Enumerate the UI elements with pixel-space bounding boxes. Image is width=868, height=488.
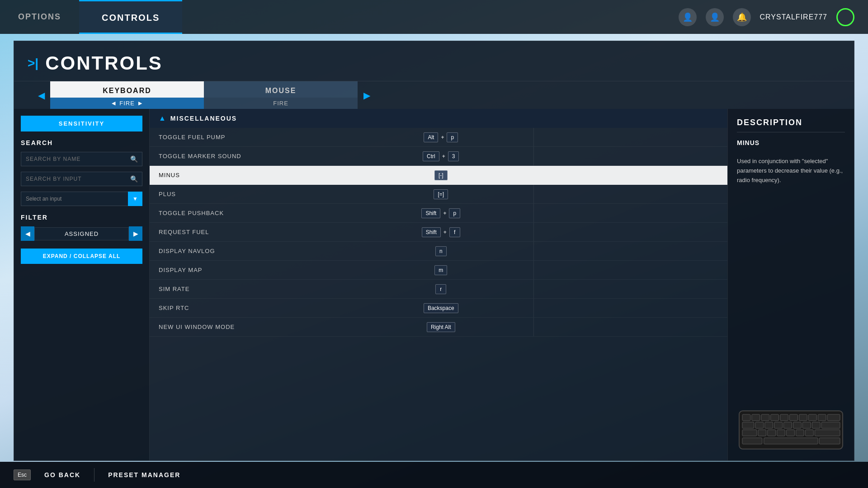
key-r: r [435,284,446,294]
filter-prev-button[interactable]: ◀ [21,226,34,241]
svg-rect-25 [796,430,804,436]
mouse-tab-sub-label: FIRE [273,100,288,107]
search-label: SEARCH [21,139,142,146]
control-binding-toggle-marker-sound: Ctrl + 3 [349,151,533,161]
search-by-name-input[interactable] [21,152,142,166]
bottom-bar: Esc GO BACK PRESET MANAGER [0,462,868,488]
svg-rect-22 [768,430,776,436]
control-name-sim-rate: SIM RATE [159,286,349,292]
tab-right-arrow[interactable]: ▶ [358,81,376,109]
svg-rect-26 [805,430,813,436]
mouse-tab-label: MOUSE [204,81,358,98]
control-binding-new-ui-window-mode: Right Alt [349,322,533,332]
control-binding-minus: [-] [349,170,533,180]
nav-right-area: 👤 👤 🔔 CRYSTALFIRE777 [679,0,868,34]
svg-rect-16 [793,422,801,428]
control-name-new-ui-window-mode: NEW UI WINDOW MODE [159,324,349,330]
table-row[interactable]: MINUS [-] [150,166,727,185]
options-tab[interactable]: OPTIONS [0,0,79,34]
notification-icon[interactable]: 🔔 [733,8,751,26]
key-p: p [447,132,458,142]
control-binding-plus: [=] [349,189,533,199]
tab-sub-left-arrow[interactable]: ◀ [112,100,116,106]
table-row[interactable]: TOGGLE FUEL PUMP Alt + p [150,128,727,147]
svg-rect-6 [790,414,798,421]
control-name-minus: MINUS [159,172,349,178]
search-by-input-input[interactable] [21,172,142,186]
control-secondary-empty [533,318,719,336]
panel-chevron-icon: >| [28,56,38,70]
filter-row: ◀ ASSIGNED ▶ [21,226,142,241]
control-secondary-empty [533,204,719,222]
description-panel: DESCRIPTION MINUS Used in conjunction wi… [727,109,854,460]
sensitivity-button[interactable]: SENSITIVITY [21,116,142,131]
keyboard-tab[interactable]: KEYBOARD ◀ FIRE ▶ [50,81,204,109]
control-secondary-empty [533,128,719,146]
description-title: DESCRIPTION [737,118,845,132]
key-plus-sign: + [441,134,444,141]
content-area: SENSITIVITY SEARCH 🔍 🔍 Select an input ▼… [14,109,854,460]
select-input-dropdown[interactable]: Select an input [21,192,142,206]
control-secondary-empty [533,299,719,317]
key-m: m [434,265,447,275]
miscellaneous-section-header[interactable]: ▲ MISCELLANEOUS [150,109,727,128]
control-binding-display-map: m [349,265,533,275]
username-label: CRYSTALFIRE777 [760,13,827,21]
svg-rect-14 [774,422,783,428]
control-binding-skip-rtc: Backspace [349,303,533,313]
svg-rect-3 [761,414,769,421]
go-back-button[interactable]: GO BACK [44,471,80,479]
table-row[interactable]: DISPLAY MAP m [150,261,727,280]
table-row[interactable]: NEW UI WINDOW MODE Right Alt [150,318,727,337]
controls-list: ▲ MISCELLANEOUS TOGGLE FUEL PUMP Alt + p… [150,109,727,460]
tab-left-arrow[interactable]: ◀ [32,81,50,109]
filter-label: FILTER [21,214,142,221]
mouse-tab-sub: FIRE [204,98,358,109]
device-tabs-row: ◀ KEYBOARD ◀ FIRE ▶ MOUSE FIRE ▶ [14,81,854,109]
table-row[interactable]: REQUEST FUEL Shift + f [150,223,727,242]
profile-icon-1[interactable]: 👤 [679,8,697,26]
tab-sub-right-arrow[interactable]: ▶ [138,100,142,106]
status-circle [836,8,854,26]
filter-next-button[interactable]: ▶ [129,226,142,241]
key-backspace: Backspace [424,303,458,313]
control-secondary-empty [533,261,719,279]
table-row[interactable]: SIM RATE r [150,280,727,299]
svg-rect-18 [812,422,820,428]
profile-icon-2[interactable]: 👤 [706,8,724,26]
description-text: Used in conjunction with "selected" para… [737,157,845,185]
svg-rect-9 [818,414,826,421]
preset-manager-button[interactable]: PRESET MANAGER [108,471,180,479]
select-input-wrap: Select an input ▼ [21,192,142,206]
control-secondary-empty [533,147,719,165]
table-row[interactable]: SKIP RTC Backspace [150,299,727,318]
key-f: f [449,227,460,237]
control-name-toggle-pushback: TOGGLE PUSHBACK [159,210,349,216]
svg-rect-28 [764,438,818,444]
control-secondary-empty [533,280,719,298]
expand-collapse-button[interactable]: EXPAND / COLLAPSE ALL [21,249,142,264]
key-plus-sign: + [442,153,445,160]
control-name-plus: PLUS [159,191,349,197]
keyboard-tab-sub-label: FIRE [119,100,135,107]
panel-header: >| CONTROLS [14,41,854,81]
keyboard-svg-icon [737,406,845,451]
svg-rect-11 [742,422,754,428]
key-minus: [-] [434,170,448,180]
key-right-alt: Right Alt [427,322,455,332]
table-row[interactable]: TOGGLE MARKER SOUND Ctrl + 3 [150,147,727,166]
control-name-skip-rtc: SKIP RTC [159,305,349,311]
svg-rect-5 [780,414,788,421]
search-by-input-wrap: 🔍 [21,172,142,186]
svg-rect-2 [752,414,760,421]
table-row[interactable]: DISPLAY NAVLOG n [150,242,727,261]
key-equals: [=] [434,189,448,199]
mouse-tab[interactable]: MOUSE FIRE [204,81,358,109]
svg-rect-1 [742,414,750,421]
svg-rect-21 [758,430,766,436]
table-row[interactable]: PLUS [=] [150,185,727,204]
svg-rect-8 [808,414,816,421]
controls-tab[interactable]: CONTROLS [79,0,182,34]
svg-rect-30 [819,438,840,444]
table-row[interactable]: TOGGLE PUSHBACK Shift + p [150,204,727,223]
